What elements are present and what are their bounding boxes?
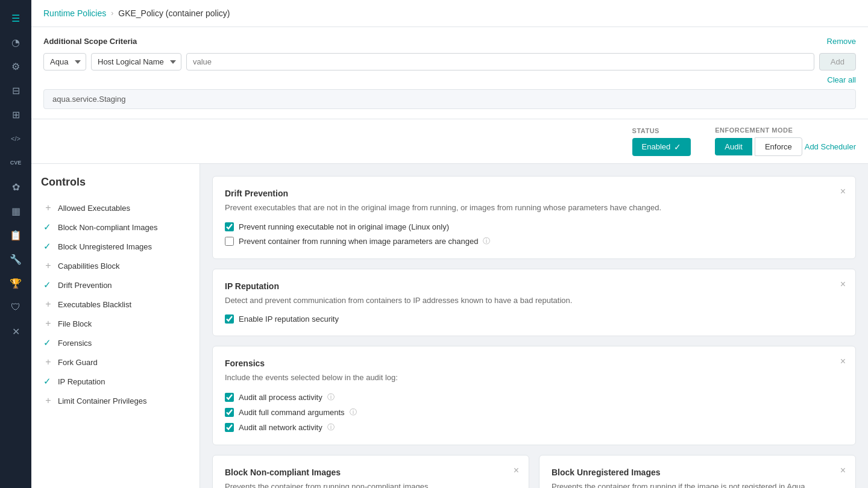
scope-header: Additional Scope Criteria Remove	[43, 37, 856, 46]
enforcement-group: Enforcement Mode Audit Enforce Add Sched…	[715, 127, 856, 156]
breadcrumb: Runtime Policies › GKE_Policy (container…	[43, 8, 856, 18]
tools-icon[interactable]: 🔧	[5, 248, 27, 270]
check-icon: ✓	[43, 376, 53, 387]
shield-icon[interactable]: 🛡	[5, 296, 27, 318]
info-icon[interactable]: ⓘ	[483, 236, 490, 246]
drift-checkbox-1[interactable]	[225, 222, 234, 231]
add-scheduler-link[interactable]: Add Scheduler	[805, 142, 856, 151]
scope-type-select[interactable]: Aqua	[43, 53, 86, 70]
scope-title: Additional Scope Criteria	[43, 37, 137, 46]
add-button[interactable]: Add	[819, 53, 856, 70]
plus-icon: +	[43, 318, 53, 329]
forensics-check-1: Audit all process activity ⓘ	[225, 392, 843, 402]
check-icon: ✓	[674, 142, 681, 152]
drift-check-2: Prevent container from running when imag…	[225, 236, 843, 246]
block-noncompliant-card: × Block Non-compliant Images Prevents th…	[212, 455, 529, 489]
info-icon-2[interactable]: ⓘ	[350, 407, 357, 418]
control-item-forensics[interactable]: ✓ Forensics	[41, 333, 190, 352]
scope-tag: aqua.service.Staging	[43, 89, 856, 109]
forensics-desc: Include the events selected below in the…	[225, 372, 843, 384]
block-unregistered-card: × Block Unregistered Images Prevents the…	[539, 455, 856, 489]
scope-section: Additional Scope Criteria Remove Aqua Ho…	[31, 27, 868, 119]
bottom-cards-row: × Block Non-compliant Images Prevents th…	[212, 455, 856, 489]
control-item-ip-reputation[interactable]: ✓ IP Reputation	[41, 372, 190, 391]
block-noncompliant-title: Block Non-compliant Images	[225, 468, 517, 477]
plus-icon: +	[43, 395, 53, 406]
block-noncompliant-desc: Prevents the container from running non-…	[225, 481, 517, 489]
info-icon-1[interactable]: ⓘ	[327, 392, 335, 402]
cards-area: × Drift Prevention Prevent executables t…	[200, 164, 868, 488]
forensics-checkbox-3[interactable]	[225, 423, 234, 432]
block-unregistered-close[interactable]: ×	[840, 465, 846, 476]
clear-all-link[interactable]: Clear all	[827, 75, 856, 84]
control-item-limit-container[interactable]: + Limit Container Privileges	[41, 391, 190, 410]
enabled-label: Enabled	[642, 142, 671, 151]
calendar-icon[interactable]: ▦	[5, 200, 27, 222]
control-item-block-noncompliant[interactable]: ✓ Block Non-compliant Images	[41, 217, 190, 237]
forensics-label-3: Audit all network activity	[239, 423, 322, 432]
cve-icon[interactable]: CVE	[5, 152, 27, 174]
drift-prevention-title: Drift Prevention	[225, 189, 843, 198]
layers-icon[interactable]: ⊟	[5, 80, 27, 101]
forensics-label-1: Audit all process activity	[239, 393, 322, 402]
plus-icon: +	[43, 357, 53, 368]
block-noncompliant-close[interactable]: ×	[514, 465, 519, 476]
menu-icon[interactable]: ☰	[5, 7, 27, 29]
enforcement-label: Enforcement Mode	[715, 127, 856, 134]
check-icon: ✓	[43, 241, 53, 252]
ip-check-1: Enable IP reputation security	[225, 314, 843, 324]
enforce-button[interactable]: Enforce	[755, 137, 802, 156]
status-label: Status	[632, 127, 691, 134]
users-icon[interactable]: ✿	[5, 176, 27, 198]
forensics-checkbox-2[interactable]	[225, 408, 234, 417]
forensics-close[interactable]: ×	[840, 356, 846, 367]
settings-icon[interactable]: ⚙	[5, 55, 27, 77]
breadcrumb-link[interactable]: Runtime Policies	[43, 8, 106, 18]
reports-icon[interactable]: 📋	[5, 224, 27, 246]
ip-checkbox-1[interactable]	[225, 314, 234, 324]
plus-icon: +	[43, 202, 53, 213]
forensics-check-3: Audit all network activity ⓘ	[225, 422, 843, 433]
forensics-check-2: Audit full command arguments ⓘ	[225, 407, 843, 418]
scope-value-input[interactable]	[186, 53, 814, 70]
wrench-icon[interactable]: ✕	[5, 321, 27, 342]
header: Runtime Policies › GKE_Policy (container…	[31, 0, 868, 27]
code-icon[interactable]: </>	[5, 128, 27, 149]
clear-all-row: Clear all	[43, 75, 856, 84]
remove-link[interactable]: Remove	[827, 37, 856, 46]
ip-reputation-title: IP Reputation	[225, 281, 843, 291]
trophy-icon[interactable]: 🏆	[5, 272, 27, 294]
check-icon: ✓	[43, 222, 53, 233]
main-content: Runtime Policies › GKE_Policy (container…	[31, 0, 868, 488]
drift-check-1: Prevent running executable not in origin…	[225, 222, 843, 231]
scope-controls: Aqua Host Logical Name Add	[43, 53, 856, 70]
check-icon: ✓	[43, 280, 53, 290]
control-item-drift-prevention[interactable]: ✓ Drift Prevention	[41, 275, 190, 295]
drift-label-2: Prevent container from running when imag…	[239, 237, 478, 246]
network-icon[interactable]: ⊞	[5, 104, 27, 125]
controls-title: Controls	[41, 176, 190, 189]
drift-label-1: Prevent running executable not in origin…	[239, 222, 449, 231]
drift-prevention-close[interactable]: ×	[840, 186, 846, 197]
ip-reputation-desc: Detect and prevent communication from co…	[225, 295, 843, 307]
control-item-allowed-executables[interactable]: + Allowed Executables	[41, 198, 190, 217]
control-item-file-block[interactable]: + File Block	[41, 314, 190, 333]
control-item-block-unregistered[interactable]: ✓ Block Unregistered Images	[41, 237, 190, 256]
drift-checkbox-2[interactable]	[225, 237, 234, 246]
control-item-fork-guard[interactable]: + Fork Guard	[41, 352, 190, 372]
check-icon: ✓	[43, 337, 53, 348]
ip-reputation-close[interactable]: ×	[840, 279, 846, 290]
status-btn-group: Enabled ✓	[632, 138, 691, 156]
scope-filter-select[interactable]: Host Logical Name	[91, 53, 181, 70]
breadcrumb-separator: ›	[111, 9, 113, 17]
info-icon-3[interactable]: ⓘ	[327, 422, 335, 433]
dashboard-icon[interactable]: ◔	[5, 31, 27, 53]
control-item-capabilities-block[interactable]: + Capabilities Block	[41, 256, 190, 275]
audit-button[interactable]: Audit	[715, 138, 752, 155]
control-item-executables-blacklist[interactable]: + Executables Blacklist	[41, 295, 190, 314]
forensics-checkbox-1[interactable]	[225, 393, 234, 402]
drift-prevention-card: × Drift Prevention Prevent executables t…	[212, 176, 856, 259]
block-unregistered-desc: Prevents the container from running if t…	[552, 481, 843, 489]
enabled-button[interactable]: Enabled ✓	[632, 138, 691, 156]
controls-panel: Controls + Allowed Executables ✓ Block N…	[31, 164, 200, 488]
